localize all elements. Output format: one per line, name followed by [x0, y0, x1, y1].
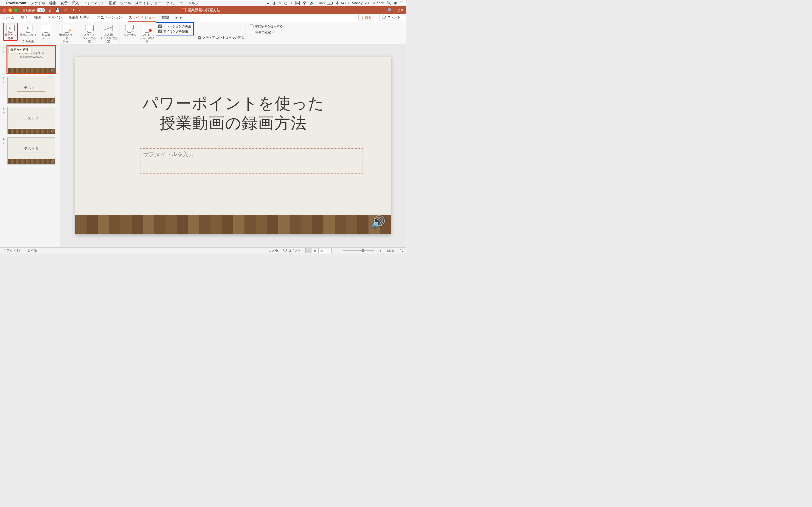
language-status[interactable]: 日本語: [28, 248, 37, 252]
record-slideshow-button[interactable]: スライドショーの記録: [139, 23, 155, 44]
quick-access-toolbar: ⌂ 💾 ↶ ↷ ▾: [49, 8, 80, 12]
hide-slide-icon: [105, 25, 112, 31]
volume-icon[interactable]: 🔊: [310, 1, 314, 5]
save-button[interactable]: 💾: [55, 8, 60, 12]
wifi-icon[interactable]: [303, 1, 307, 5]
document-title[interactable]: 授業動画の録画方法 ⌄: [182, 8, 224, 13]
subtitle-settings-button[interactable]: cc字幕の設定▾: [250, 30, 283, 34]
slide-thumbnail-panel[interactable]: 1★ パワーポイントを使った授業動画の録画方法 🔊 2★ テスト１ 🔊 3★ テ…: [0, 44, 60, 247]
play-from-current-icon: [24, 25, 33, 31]
thumb-title: テスト２: [24, 116, 39, 120]
search-icon[interactable]: 🔍: [388, 8, 393, 13]
bluetooth-icon[interactable]: ᛒ: [290, 1, 292, 5]
slideshow-view-button[interactable]: ▢: [325, 248, 332, 253]
username[interactable]: Masayuki Fukuhara: [352, 1, 384, 5]
fullscreen-window-button[interactable]: [14, 8, 17, 12]
clock[interactable]: 木 14:07: [336, 1, 349, 6]
zoom-out-button[interactable]: −: [337, 249, 338, 252]
presenter-tools-button[interactable]: 発表者ツール: [39, 23, 53, 41]
slide-title-textbox[interactable]: パワーポイントを使った 授業動画の録画方法: [75, 94, 391, 133]
fit-to-window-button[interactable]: ⛶: [400, 249, 403, 252]
autosave-label: 自動保存: [22, 8, 35, 12]
share-button[interactable]: ⇪共有: [358, 14, 374, 21]
timing-label: タイミングを使用: [163, 29, 188, 34]
zoom-in-button[interactable]: +: [379, 249, 381, 252]
thumbnail-slide-4[interactable]: テスト３ 🔊: [7, 137, 55, 165]
menu-insert[interactable]: 挿入: [71, 1, 79, 6]
undo-button[interactable]: ↶: [64, 8, 67, 12]
menu-window[interactable]: ウィンドウ: [165, 1, 184, 6]
notes-button[interactable]: ≡メモ: [269, 248, 278, 252]
media-controls-checkbox[interactable]: メディア コントロールの表示: [198, 36, 244, 40]
narration-checkbox[interactable]: ナレーションの再生: [158, 24, 191, 29]
rehearse-button[interactable]: 🕐 リハーサル: [121, 23, 137, 38]
normal-view-button[interactable]: ▭: [305, 248, 312, 253]
battery-status[interactable]: 100% ⚡: [317, 1, 333, 5]
tab-view[interactable]: 表示: [174, 14, 183, 22]
tab-draw[interactable]: 描画: [34, 14, 42, 22]
menu-slideshow[interactable]: スライド ショー: [135, 1, 162, 6]
account-icon[interactable]: ☺︎▾: [397, 8, 403, 13]
autosave-toggle[interactable]: 自動保存 オフ: [22, 8, 45, 12]
comments-pane-button[interactable]: 💬コメント: [283, 248, 301, 252]
tab-review[interactable]: 校閲: [161, 14, 169, 22]
reading-view-button[interactable]: ▥: [318, 248, 325, 253]
narration-checkbox-input[interactable]: [158, 24, 162, 28]
minimize-window-button[interactable]: [8, 8, 12, 12]
always-subtitle-checkbox-input[interactable]: [250, 24, 253, 28]
play-from-current-button[interactable]: 現在のスライドから再生: [18, 23, 38, 44]
menu-view[interactable]: 表示: [60, 1, 68, 6]
notification-center-icon[interactable]: ☰: [400, 1, 403, 5]
siri-icon[interactable]: ◉: [394, 1, 397, 5]
zoom-slider[interactable]: [343, 250, 374, 251]
thumb-title: テスト１: [24, 86, 39, 90]
close-window-button[interactable]: [3, 8, 6, 12]
comments-pane-label: コメント: [288, 248, 301, 252]
qat-customize[interactable]: ▾: [79, 9, 80, 12]
timing-checkbox-input[interactable]: [158, 30, 162, 33]
slide-title-line1: パワーポイントを使った: [142, 94, 324, 112]
tab-slideshow[interactable]: スライド ショー: [128, 14, 156, 22]
always-subtitle-checkbox[interactable]: 常に字幕を使用する: [250, 24, 283, 29]
record-slideshow-label: スライドショーの記録: [139, 33, 155, 43]
tab-home[interactable]: ホーム: [3, 14, 15, 22]
spotlight-icon[interactable]: 🔍: [387, 1, 391, 5]
audio-speaker-icon[interactable]: 🔊: [371, 215, 386, 229]
slide-canvas-area[interactable]: パワーポイントを使った 授業動画の録画方法 サブタイトルを入力 🔊: [60, 44, 406, 247]
slideshow-setup-button[interactable]: ✓ スライドショーの設定: [81, 23, 98, 44]
slideshow-setup-label: スライドショーの設定: [81, 33, 98, 43]
menu-edit[interactable]: 編集: [49, 1, 56, 6]
media-controls-checkbox-input[interactable]: [198, 36, 201, 40]
comments-button[interactable]: 💬コメント: [379, 14, 403, 21]
custom-slideshow-button[interactable]: ★ 目的別スライドショー: [57, 23, 77, 44]
menu-file[interactable]: ファイル: [31, 1, 45, 6]
menu-format[interactable]: フォーマット: [83, 1, 105, 6]
zoom-level[interactable]: 121%: [387, 249, 395, 252]
tab-design[interactable]: デザイン: [47, 14, 63, 22]
slide-canvas[interactable]: パワーポイントを使った 授業動画の録画方法 サブタイトルを入力 🔊: [75, 57, 391, 234]
slide-subtitle-textbox[interactable]: サブタイトルを入力: [140, 149, 363, 174]
thumbnail-slide-2[interactable]: テスト１ 🔊: [7, 76, 55, 104]
play-from-beginning-button[interactable]: 最初から再生: [3, 23, 17, 41]
menu-arrange[interactable]: 配置: [109, 1, 116, 6]
slide-counter[interactable]: スライド 1 / 4: [3, 248, 22, 252]
sorter-view-button[interactable]: ⊞: [312, 248, 319, 253]
tab-transitions[interactable]: 画面切り替え: [68, 14, 91, 22]
autosave-switch[interactable]: オフ: [37, 8, 45, 12]
timing-checkbox[interactable]: タイミングを使用: [158, 29, 191, 34]
tab-insert[interactable]: 挿入: [20, 14, 29, 22]
app-name[interactable]: PowerPoint: [6, 1, 27, 5]
hide-slide-button[interactable]: 非表示スライドに設定: [99, 23, 118, 44]
ime-icon[interactable]: あ: [295, 1, 300, 5]
tab-animations[interactable]: アニメーション: [96, 14, 123, 22]
thumbnail-slide-3[interactable]: テスト２ 🔊: [7, 107, 55, 134]
cloud-icon[interactable]: ☁: [266, 1, 269, 5]
status-circle-icon[interactable]: ◑: [272, 1, 275, 5]
window-titlebar: 自動保存 オフ ⌂ 💾 ↶ ↷ ▾ 授業動画の録画方法 ⌄ 🔍 ☺︎▾: [0, 6, 406, 14]
evernote-icon[interactable]: ✎: [278, 1, 282, 5]
home-button[interactable]: ⌂: [49, 8, 51, 12]
redo-button[interactable]: ↷: [71, 8, 75, 12]
menu-help[interactable]: ヘルプ: [188, 1, 199, 6]
clock-icon[interactable]: ◷: [284, 1, 287, 5]
menu-tools[interactable]: ツール: [120, 1, 131, 6]
